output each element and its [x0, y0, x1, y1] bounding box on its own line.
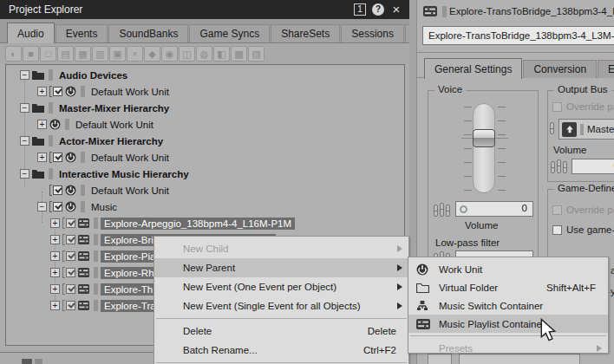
virtual-folder-icon[interactable]: □ — [40, 46, 56, 62]
collapse-icon[interactable]: − — [20, 103, 29, 113]
tab-sessions[interactable]: Sessions — [341, 24, 404, 42]
override-parent-checkbox[interactable]: Override pa — [552, 201, 614, 217]
tree-item-explore-rh[interactable]: + Explore-Rh — [50, 264, 158, 281]
menu-item-new-event-single[interactable]: New Event (Single Event for all Objects) — [154, 296, 408, 315]
tree-item-explore-arpeggio[interactable]: + Explore-Arpeggio_138bpm4-4_L16M-P1M — [50, 215, 295, 231]
shortcut-label: Ctrl+F2 — [363, 345, 396, 355]
checkbox-icon[interactable] — [552, 205, 562, 215]
tab-game-syncs[interactable]: Game Syncs — [189, 24, 270, 42]
tree-item-default-work-unit[interactable]: + Default Work Unit — [37, 149, 173, 166]
tree-item-master-mixer-hierarchy[interactable]: − Master-Mixer Hierarchy — [20, 100, 173, 116]
collapse-icon[interactable]: − — [20, 136, 29, 146]
expand-icon[interactable]: + — [50, 268, 60, 277]
expand-icon[interactable]: + — [37, 120, 47, 129]
fader-icon[interactable]: ▣ — [109, 46, 126, 62]
voice-group-label: Voice — [434, 84, 466, 94]
menu-item-batch-rename[interactable]: Batch Rename... Ctrl+F2 — [154, 341, 408, 360]
tree-item-actor-mixer-hierarchy[interactable]: − Actor-Mixer Hierarchy — [20, 133, 167, 149]
work-unit-icon[interactable]: ◐ — [5, 46, 22, 62]
list-icon[interactable]: ▥ — [92, 46, 108, 62]
tree-item-default-work-unit[interactable]: Default Work Unit — [37, 182, 173, 198]
menu-item-delete[interactable]: Delete Delete — [154, 322, 408, 341]
tree-item-label: Default Work Unit — [88, 86, 173, 98]
checkbox-icon[interactable] — [552, 102, 562, 112]
plug-icon[interactable]: ◆ — [144, 46, 160, 62]
expand-icon[interactable]: + — [37, 153, 47, 162]
checkbox-icon[interactable] — [552, 225, 562, 235]
blend-icon[interactable]: ◍ — [196, 46, 212, 62]
tab-soundbanks[interactable]: SoundBanks — [108, 24, 188, 42]
tab-conversion[interactable]: Conversion — [523, 60, 597, 78]
container-icon[interactable]: ◫ — [179, 46, 195, 62]
include-checkbox[interactable] — [62, 234, 75, 245]
submenu-item-music-playlist-container[interactable]: Music Playlist Container — [408, 315, 608, 333]
tree-item-explore-pia[interactable]: + Explore-Pia — [50, 248, 159, 264]
volume-slider-knob[interactable] — [473, 129, 495, 147]
output-bus-selector[interactable]: Master — [558, 119, 614, 140]
rtpc-icon[interactable] — [434, 203, 450, 217]
mixer-icon[interactable]: ▤ — [57, 46, 74, 62]
music-segment-icon — [78, 218, 89, 228]
expand-icon[interactable]: + — [50, 251, 60, 261]
tree-item-default-work-unit[interactable]: + Default Work Unit — [37, 83, 173, 100]
object-color-bar — [442, 6, 447, 17]
tab-audio[interactable]: Audio — [7, 23, 55, 43]
collapse-icon[interactable]: − — [37, 202, 47, 211]
menu-item-new-event-per-object[interactable]: New Event (One Event per Object) — [154, 277, 408, 296]
collapse-icon[interactable]: − — [20, 169, 29, 179]
rtpc-icon[interactable] — [550, 122, 554, 134]
object-color-bar — [49, 69, 53, 81]
output-bus-group: Output Bus Override pa Master Volume 0 — [547, 90, 614, 182]
tree-item-audio-devices[interactable]: − Audio Devices — [20, 67, 131, 83]
override-parent-checkbox[interactable]: Override pa — [552, 98, 614, 114]
include-checkbox[interactable] — [62, 250, 75, 262]
tree-item-label: Audio Devices — [56, 69, 131, 81]
layout-number-button[interactable]: 1 — [354, 3, 366, 16]
bus-volume-field[interactable]: 0 — [572, 159, 614, 174]
close-icon[interactable]: × — [390, 3, 402, 16]
voice-volume-field[interactable]: 0 — [455, 201, 533, 217]
tree-item-explore-th[interactable]: + Explore-Th — [50, 281, 156, 297]
include-checkbox[interactable] — [62, 218, 75, 229]
volume-slider-track[interactable] — [473, 103, 495, 193]
menu-item-new-parent[interactable]: New Parent — [154, 258, 408, 277]
include-checkbox[interactable] — [62, 300, 75, 311]
tab-events[interactable]: Events — [56, 24, 108, 42]
collapse-icon[interactable]: − — [20, 70, 29, 80]
expand-icon[interactable]: + — [50, 235, 60, 244]
tree-item-explore-tra[interactable]: + Explore-Tra — [50, 297, 160, 314]
submenu-item-work-unit[interactable]: Work Unit — [408, 260, 608, 278]
tree-item-default-work-unit[interactable]: + Default Work Unit — [37, 116, 157, 133]
include-checkbox[interactable] — [49, 86, 62, 97]
physical-folder-icon[interactable]: ■ — [23, 46, 39, 62]
rtpc-icon[interactable] — [551, 159, 567, 173]
cut-icon[interactable]: × — [127, 46, 143, 62]
object-name-input[interactable]: Explore-TransToBridge_138bpm3-4_L3M- — [422, 26, 614, 45]
include-checkbox[interactable] — [49, 185, 62, 196]
switch-icon[interactable]: ◧ — [213, 46, 230, 62]
include-checkbox[interactable] — [49, 152, 62, 163]
object-color-bar — [49, 168, 53, 179]
sound-icon[interactable]: ◉ — [161, 46, 178, 62]
expand-icon[interactable]: + — [50, 284, 60, 294]
use-game-checkbox[interactable]: Use game- — [552, 221, 614, 237]
tree-item-interactive-music-hierarchy[interactable]: − Interactive Music Hierarchy — [20, 166, 193, 182]
tab-sharesets[interactable]: ShareSets — [271, 24, 340, 42]
expand-icon[interactable]: + — [50, 218, 60, 228]
expand-icon[interactable]: + — [37, 87, 47, 96]
tree-item-music[interactable]: − Music — [37, 198, 121, 215]
include-checkbox[interactable] — [49, 201, 62, 212]
segment-icon[interactable]: ▨ — [248, 46, 265, 62]
tab-general-settings[interactable]: General Settings — [424, 58, 522, 79]
sequence-icon[interactable]: ▩ — [231, 46, 247, 62]
grid-icon[interactable]: ▦ — [75, 46, 91, 62]
expand-icon[interactable]: + — [50, 301, 60, 310]
virtual-folder-icon — [416, 281, 431, 294]
include-checkbox[interactable] — [62, 283, 75, 295]
tab-effects[interactable]: Effects — [598, 60, 614, 78]
bus-icon — [562, 122, 577, 137]
include-checkbox[interactable] — [62, 267, 75, 278]
help-icon[interactable]: ? — [372, 3, 384, 16]
submenu-item-music-switch-container[interactable]: Music Switch Container — [408, 296, 608, 315]
submenu-item-virtual-folder[interactable]: Virtual Folder Shift+Alt+F — [408, 278, 608, 296]
